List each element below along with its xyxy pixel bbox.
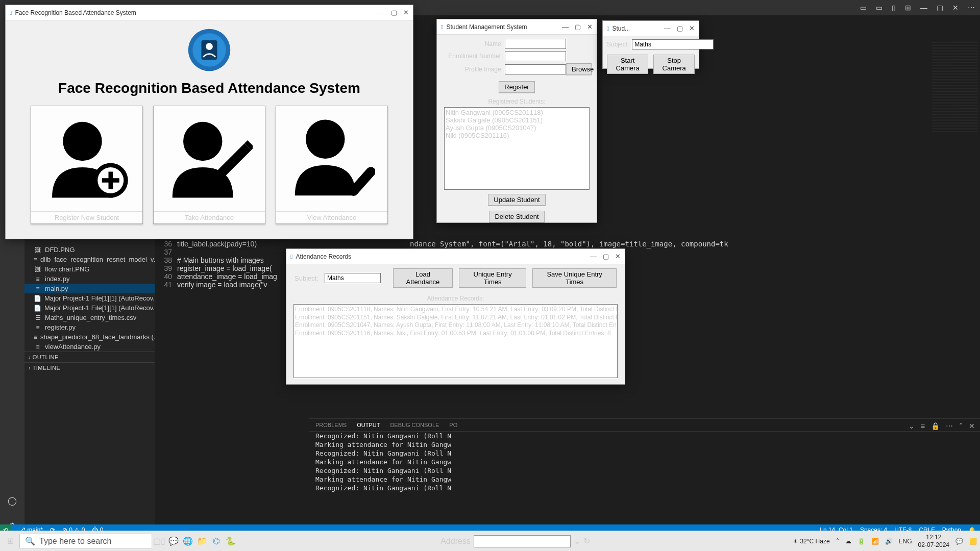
language-indicator[interactable]: ENG [899, 538, 912, 545]
explorer-icon[interactable]: 📁 [195, 534, 209, 548]
list-item[interactable]: Enrollment: 0905CS201151, Names: Sakshi … [295, 314, 616, 322]
vscode-icon[interactable]: ⌬ [209, 534, 224, 548]
file-item[interactable]: ≡main.py [24, 284, 155, 293]
timeline-section[interactable]: › TIMELINE [24, 362, 155, 373]
task-view-icon[interactable]: ▢▯ [152, 534, 166, 548]
minimize-button[interactable]: — [664, 24, 671, 32]
weather-widget[interactable]: ☀ 32°C Haze [793, 538, 830, 545]
update-student-button[interactable]: Update Student [488, 194, 545, 206]
clock[interactable]: 12:12 02-07-2024 [918, 534, 949, 548]
terminal-line: Marking attendance for Nitin Gangw [309, 475, 980, 484]
browse-button[interactable]: Browse [566, 63, 592, 75]
close-button[interactable]: ✕ [403, 9, 409, 16]
terminal-filter-icon[interactable]: ⌄ [909, 422, 915, 430]
close-button[interactable]: ✕ [689, 24, 695, 32]
profile-image-input[interactable] [505, 64, 566, 74]
list-item[interactable]: Enrollment: 0905CS201047, Names: Ayush G… [295, 321, 616, 330]
taskbar-search[interactable]: 🔍 Type here to search [19, 534, 152, 549]
maximize-button[interactable]: ▢ [391, 9, 397, 16]
start-button[interactable]: ⊞ [3, 534, 17, 548]
minimize-button[interactable]: — [378, 9, 385, 16]
records-listbox[interactable]: Enrollment: 0905CS201118, Names: Nitin G… [293, 304, 618, 378]
refresh-icon[interactable]: ↻ [583, 536, 590, 546]
minimize-button[interactable]: — [590, 253, 597, 260]
terminal-tab[interactable]: OUTPUT [357, 422, 380, 428]
terminal-line: Marking attendance for Nitin Gangw [309, 440, 980, 449]
python-icon[interactable]: 🐍 [224, 534, 238, 548]
list-item[interactable]: Nitin Gangwani (0905CS201118) [446, 109, 588, 116]
battery-icon[interactable]: 🔋 [857, 538, 865, 545]
maximize-icon[interactable]: ▢ [937, 4, 943, 12]
app-tray-icon[interactable]: 🟨 [969, 538, 977, 545]
file-item[interactable]: 🖼DFD.PNG [24, 245, 155, 255]
more-icon[interactable]: ⋯ [968, 4, 975, 12]
layout-icon[interactable]: ▭ [860, 4, 867, 12]
terminal-line: Recognized: Nitin Gangwani (Roll N [309, 484, 980, 492]
panel-toggle-icon[interactable]: ▭ [876, 4, 883, 12]
file-item[interactable]: ≡register.py [24, 322, 155, 332]
take-attendance-button[interactable]: Take Attendance [153, 106, 265, 224]
delete-student-button[interactable]: Delete Student [489, 211, 544, 222]
file-item[interactable]: ≡shape_predictor_68_face_landmarks (... [24, 332, 155, 342]
list-item[interactable]: Sakshi Galgale (0905CS201151) [446, 116, 588, 124]
grid-icon[interactable]: ⊞ [905, 4, 911, 12]
attendance-records-window: 𓆃 Attendance Records — ▢ ✕ Subject: Load… [286, 248, 625, 385]
save-unique-button[interactable]: Save Unique Entry Times [532, 268, 617, 288]
terminal-tab[interactable]: PROBLEMS [315, 422, 347, 428]
terminal-more-icon[interactable]: ⋯ [946, 422, 953, 430]
name-input[interactable] [505, 39, 566, 49]
chrome-icon[interactable]: 🌐 [181, 534, 195, 548]
list-item[interactable]: Ayush Gupta (0905CS201047) [446, 124, 588, 132]
subject-input[interactable] [632, 39, 714, 49]
list-item[interactable]: Enrollment: 0905CS201116, Names: Niki, F… [295, 330, 616, 338]
file-item[interactable]: 📄Major Project-1 File[1][1] (AutoRecov..… [24, 303, 155, 313]
address-dropdown-icon[interactable]: ⌄ [574, 536, 580, 546]
minimize-icon[interactable]: — [920, 4, 927, 12]
file-item[interactable]: 📄Major Project-1 File[1][1] (AutoRecov..… [24, 293, 155, 303]
start-camera-button[interactable]: Start Camera [607, 55, 648, 74]
list-item[interactable]: Niki (0905CS201116) [446, 132, 588, 139]
minimap[interactable] [932, 41, 978, 133]
close-icon[interactable]: ✕ [952, 4, 959, 12]
register-student-label: Register New Student [31, 211, 142, 223]
terminal-chevron-up-icon[interactable]: ˄ [959, 422, 963, 430]
enrollment-input[interactable] [505, 51, 566, 61]
whatsapp-icon[interactable]: 💬 [166, 534, 181, 548]
maximize-button[interactable]: ▢ [575, 23, 581, 31]
close-button[interactable]: ✕ [615, 253, 621, 260]
file-item[interactable]: ☰Maths_unique_entry_times.csv [24, 313, 155, 322]
minimize-button[interactable]: — [562, 23, 569, 31]
file-item[interactable]: 🖼flow chart.PNG [24, 264, 155, 274]
terminal-close-icon[interactable]: ✕ [969, 422, 975, 430]
file-item[interactable]: ≡viewAttendance.py [24, 342, 155, 352]
outline-section[interactable]: › OUTLINE [24, 352, 155, 362]
file-item[interactable]: ≡dlib_face_recognition_resnet_model_v... [24, 255, 155, 264]
volume-icon[interactable]: 🔊 [885, 538, 893, 545]
unique-entry-button[interactable]: Unique Entry Times [459, 268, 526, 288]
maximize-button[interactable]: ▢ [603, 253, 609, 260]
terminal-tab[interactable]: PO [449, 422, 457, 428]
sidebar-toggle-icon[interactable]: ▯ [892, 4, 896, 12]
subject-input[interactable] [325, 273, 381, 283]
onedrive-icon[interactable]: ☁ [845, 538, 851, 545]
svg-point-4 [63, 122, 102, 161]
terminal-lock-icon[interactable]: 🔒 [931, 422, 940, 430]
students-listbox[interactable]: Nitin Gangwani (0905CS201118)Sakshi Galg… [444, 107, 590, 190]
window-title: Face Recognition Based Attendance System [15, 9, 136, 16]
address-input[interactable] [474, 535, 571, 547]
view-attendance-button[interactable]: View Attendance [276, 106, 388, 224]
load-attendance-button[interactable]: Load Attendance [393, 268, 453, 288]
terminal-list-icon[interactable]: ≡ [921, 422, 925, 430]
register-button[interactable]: Register [499, 81, 534, 93]
terminal-tab[interactable]: DEBUG CONSOLE [390, 422, 439, 428]
register-student-button[interactable]: Register New Student [31, 106, 143, 224]
maximize-button[interactable]: ▢ [677, 24, 683, 32]
notifications-icon[interactable]: 💬 [955, 538, 963, 545]
wifi-icon[interactable]: 📶 [871, 538, 879, 545]
account-icon[interactable]: ◯ [8, 496, 17, 506]
list-item[interactable]: Enrollment: 0905CS201118, Names: Nitin G… [295, 306, 616, 314]
file-item[interactable]: ≡index.py [24, 274, 155, 284]
tray-chevron-icon[interactable]: ˄ [836, 538, 839, 545]
stop-camera-button[interactable]: Stop Camera [653, 55, 695, 74]
close-button[interactable]: ✕ [587, 23, 593, 31]
